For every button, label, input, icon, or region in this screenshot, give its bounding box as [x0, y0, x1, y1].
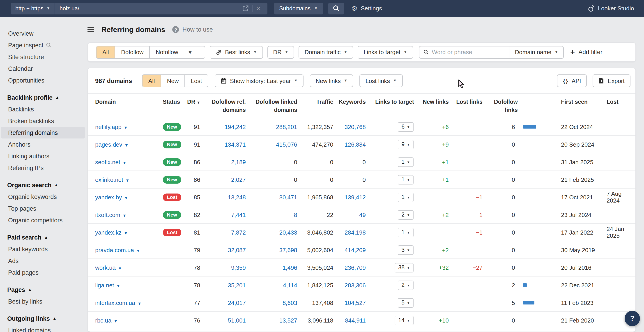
column-header-domain[interactable]: Domain [95, 94, 163, 110]
scope-dropdown[interactable]: Subdomains ▼ [274, 2, 323, 14]
metric-link[interactable]: 8 [294, 212, 297, 218]
metric-link[interactable]: 320,768 [344, 124, 366, 130]
sidebar-item-ads[interactable]: Ads [1, 255, 85, 266]
metric-link[interactable]: 414,209 [344, 247, 366, 254]
sidebar-item-page-inspect[interactable]: Page inspect [1, 39, 85, 51]
domain-link[interactable]: liga.net [95, 282, 114, 289]
metric-link[interactable]: 49 [359, 212, 366, 218]
word-search-input[interactable] [432, 49, 506, 56]
column-header-dr[interactable]: DR▼ [187, 94, 207, 110]
sidebar-section-pages[interactable]: Pages▲ [0, 284, 88, 296]
search-submit-button[interactable] [328, 2, 344, 14]
hamburger-menu-icon[interactable] [88, 27, 94, 32]
settings-button[interactable]: ⚙ Settings [352, 5, 382, 12]
metric-link[interactable]: 2,189 [231, 159, 246, 166]
sidebar-section-paid-search[interactable]: Paid search▲ [0, 232, 88, 243]
column-header-lost[interactable]: Lost [598, 94, 629, 110]
links-to-target-select[interactable]: 6▼ [398, 122, 414, 132]
metric-link[interactable]: 32,087 [228, 247, 246, 254]
domain-link[interactable]: itxoft.com [95, 212, 120, 218]
sidebar-item-paid-pages[interactable]: Paid pages [1, 266, 85, 278]
sidebar-item-backlinks[interactable]: Backlinks [1, 103, 85, 115]
chevron-down-icon[interactable]: ▼ [138, 301, 142, 306]
sidebar-section-organic-search[interactable]: Organic search▲ [0, 179, 88, 191]
links-to-target-select[interactable]: 1▼ [398, 175, 414, 184]
sidebar-item-best-by-links[interactable]: Best by links [1, 296, 85, 307]
segment-nofollow[interactable]: Nofollow▼ [150, 46, 205, 58]
chevron-down-icon[interactable]: ▼ [122, 160, 126, 165]
add-filter-button[interactable]: + Add filter [570, 48, 602, 56]
metric-link[interactable]: 24,017 [228, 300, 246, 306]
column-header-dofollow-linked[interactable]: Dofollow linked domains [250, 94, 301, 118]
domain-link[interactable]: seoflx.net [95, 159, 120, 166]
sidebar-item-opportunities[interactable]: Opportunities [1, 74, 85, 86]
metric-link[interactable]: 35,201 [228, 282, 246, 289]
column-header-first-seen[interactable]: First seen [558, 94, 598, 110]
metric-link[interactable]: 415,076 [276, 141, 297, 148]
column-header-status[interactable]: Status [163, 94, 187, 110]
domain-link[interactable]: yandex.kz [95, 229, 122, 236]
metric-link[interactable]: 844,911 [345, 317, 366, 324]
links-to-target-select[interactable]: 3▼ [398, 246, 414, 255]
metric-link[interactable]: 8,603 [282, 300, 297, 306]
domain-traffic-filter-button[interactable]: Domain traffic▼ [299, 46, 353, 58]
looker-studio-button[interactable]: Looker Studio [588, 5, 634, 12]
metric-link[interactable]: 7,441 [231, 212, 246, 218]
target-url-field[interactable]: holz.ua/ × [54, 2, 268, 14]
links-to-target-select[interactable]: 1▼ [398, 192, 414, 202]
sidebar-item-calendar[interactable]: Calendar [1, 63, 85, 74]
show-history-dropdown[interactable]: Show history: Last year▼ [215, 74, 304, 87]
metric-link[interactable]: 104,527 [344, 300, 366, 306]
domain-link[interactable]: work.ua [95, 264, 116, 271]
domain-link[interactable]: rbc.ua [95, 317, 112, 324]
api-button[interactable]: {}API [557, 74, 587, 87]
segment-dofollow[interactable]: Dofollow [115, 46, 150, 58]
links-to-target-select[interactable]: 9▼ [398, 140, 414, 149]
metric-link[interactable]: 236,709 [344, 264, 366, 271]
chevron-down-icon[interactable]: ▼ [124, 126, 128, 130]
chevron-down-icon[interactable]: ▼ [136, 248, 140, 253]
metric-link[interactable]: 37,698 [279, 247, 297, 254]
links-to-target-select[interactable]: 1▼ [398, 228, 414, 237]
domain-link[interactable]: netlify.app [95, 124, 122, 130]
protocol-mode-dropdown[interactable]: http + https ▼ [11, 2, 54, 14]
metric-link[interactable]: 288,201 [276, 124, 297, 130]
segment-all[interactable]: All [96, 46, 115, 58]
sidebar-section-outgoing-links[interactable]: Outgoing links▲ [0, 312, 88, 324]
search-mode-dropdown[interactable]: Domain name▼ [510, 46, 564, 58]
domain-link[interactable]: exlinko.net [95, 176, 123, 183]
metric-link[interactable]: 20,433 [279, 229, 297, 236]
metric-link[interactable]: 1,496 [282, 264, 297, 271]
new-links-dropdown[interactable]: New links▼ [310, 74, 353, 87]
sidebar-item-referring-ips[interactable]: Referring IPs [1, 162, 85, 174]
sidebar-item-organic-competitors[interactable]: Organic competitors [1, 214, 85, 226]
chevron-down-icon[interactable]: ▼ [124, 196, 128, 200]
domain-link[interactable]: yandex.by [95, 194, 122, 201]
metric-link[interactable]: 2,027 [231, 176, 246, 183]
metric-link[interactable]: 7,872 [231, 229, 246, 236]
segment-status-new[interactable]: New [161, 75, 185, 86]
sidebar-section-backlink-profile[interactable]: Backlink profile▲ [0, 92, 88, 103]
clear-input-icon[interactable]: × [254, 4, 263, 12]
links-to-target-select[interactable]: 1▼ [398, 158, 414, 167]
column-header-new-links[interactable]: New links [420, 94, 452, 110]
sidebar-item-organic-keywords[interactable]: Organic keywords [1, 191, 85, 202]
links-to-target-filter-button[interactable]: Links to target▼ [358, 46, 413, 58]
metric-link[interactable]: 9,359 [231, 264, 246, 271]
metric-link[interactable]: 126,884 [344, 141, 366, 148]
chevron-down-icon[interactable]: ▼ [118, 266, 122, 271]
metric-link[interactable]: 13,248 [228, 194, 246, 201]
metric-link[interactable]: 139,412 [344, 194, 366, 201]
links-to-target-select[interactable]: 2▼ [398, 280, 414, 290]
lost-links-dropdown[interactable]: Lost links▼ [360, 74, 402, 87]
metric-link[interactable]: 284,198 [344, 229, 366, 236]
help-bubble-button[interactable]: ? [624, 311, 640, 326]
sidebar-item-broken-backlinks[interactable]: Broken backlinks [1, 115, 85, 127]
metric-link[interactable]: 194,242 [224, 124, 246, 130]
open-external-icon[interactable] [240, 6, 252, 11]
sidebar-item-top-pages[interactable]: Top pages [1, 202, 85, 214]
links-to-target-select[interactable]: 2▼ [398, 210, 414, 220]
chevron-down-icon[interactable]: ▼ [114, 319, 118, 324]
chevron-down-icon[interactable]: ▼ [116, 284, 120, 288]
column-header-keywords[interactable]: Keywords [337, 94, 369, 110]
